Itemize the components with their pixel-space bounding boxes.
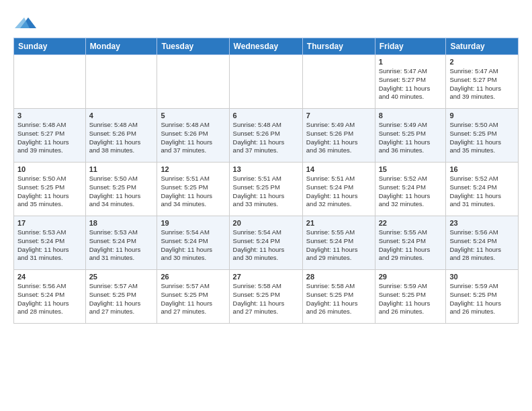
calendar-cell: 19Sunrise: 5:54 AM Sunset: 5:24 PM Dayli… [157, 216, 229, 270]
page: SundayMondayTuesdayWednesdayThursdayFrid… [0, 0, 532, 334]
calendar-week-row: 17Sunrise: 5:53 AM Sunset: 5:24 PM Dayli… [14, 216, 519, 270]
day-number: 4 [89, 111, 154, 120]
calendar-cell: 28Sunrise: 5:58 AM Sunset: 5:25 PM Dayli… [302, 270, 375, 324]
day-info: Sunrise: 5:49 AM Sunset: 5:25 PM Dayligh… [379, 121, 443, 155]
day-number: 21 [306, 219, 371, 227]
day-number: 11 [89, 165, 154, 173]
weekday-header: Tuesday [157, 38, 229, 55]
day-info: Sunrise: 5:47 AM Sunset: 5:27 PM Dayligh… [449, 67, 515, 101]
day-number: 26 [161, 273, 225, 281]
day-number: 18 [89, 219, 154, 227]
weekday-header: Saturday [446, 38, 519, 55]
day-info: Sunrise: 5:48 AM Sunset: 5:27 PM Dayligh… [17, 121, 82, 155]
day-number: 14 [306, 165, 371, 173]
header [13, 11, 519, 32]
day-number: 12 [161, 165, 225, 173]
calendar-cell: 23Sunrise: 5:56 AM Sunset: 5:24 PM Dayli… [446, 216, 519, 270]
calendar-cell: 3Sunrise: 5:48 AM Sunset: 5:27 PM Daylig… [14, 109, 86, 163]
calendar-week-row: 24Sunrise: 5:56 AM Sunset: 5:24 PM Dayli… [14, 270, 519, 324]
day-info: Sunrise: 5:55 AM Sunset: 5:24 PM Dayligh… [379, 228, 443, 263]
weekday-header: Friday [375, 38, 446, 55]
day-info: Sunrise: 5:50 AM Sunset: 5:25 PM Dayligh… [17, 175, 82, 209]
calendar-cell: 10Sunrise: 5:50 AM Sunset: 5:25 PM Dayli… [14, 163, 86, 216]
day-info: Sunrise: 5:50 AM Sunset: 5:25 PM Dayligh… [449, 121, 515, 155]
day-number: 3 [17, 111, 82, 120]
day-number: 28 [306, 273, 371, 281]
calendar-cell: 21Sunrise: 5:55 AM Sunset: 5:24 PM Dayli… [302, 216, 375, 270]
calendar-cell: 17Sunrise: 5:53 AM Sunset: 5:24 PM Dayli… [14, 216, 86, 270]
logo-icon [15, 13, 36, 32]
calendar-cell: 11Sunrise: 5:50 AM Sunset: 5:25 PM Dayli… [85, 163, 157, 216]
calendar-cell: 29Sunrise: 5:59 AM Sunset: 5:25 PM Dayli… [375, 270, 446, 324]
calendar-cell: 6Sunrise: 5:48 AM Sunset: 5:26 PM Daylig… [229, 109, 302, 163]
calendar-cell [157, 55, 229, 109]
weekday-header: Sunday [14, 38, 86, 55]
calendar-cell: 30Sunrise: 5:59 AM Sunset: 5:25 PM Dayli… [446, 270, 519, 324]
day-info: Sunrise: 5:53 AM Sunset: 5:24 PM Dayligh… [89, 228, 154, 263]
calendar-cell: 15Sunrise: 5:52 AM Sunset: 5:24 PM Dayli… [375, 163, 446, 216]
calendar-cell [85, 55, 157, 109]
calendar-cell: 2Sunrise: 5:47 AM Sunset: 5:27 PM Daylig… [446, 55, 519, 109]
calendar-cell [14, 55, 86, 109]
day-number: 1 [379, 58, 443, 66]
day-number: 2 [449, 58, 515, 66]
calendar-week-row: 10Sunrise: 5:50 AM Sunset: 5:25 PM Dayli… [14, 163, 519, 216]
day-info: Sunrise: 5:57 AM Sunset: 5:25 PM Dayligh… [89, 282, 154, 316]
day-number: 15 [379, 165, 443, 173]
day-number: 13 [233, 165, 299, 173]
day-info: Sunrise: 5:47 AM Sunset: 5:27 PM Dayligh… [379, 67, 443, 101]
calendar-cell [229, 55, 302, 109]
calendar-cell: 8Sunrise: 5:49 AM Sunset: 5:25 PM Daylig… [375, 109, 446, 163]
day-number: 20 [233, 219, 299, 227]
day-number: 8 [379, 111, 443, 120]
calendar-cell: 13Sunrise: 5:51 AM Sunset: 5:25 PM Dayli… [229, 163, 302, 216]
day-info: Sunrise: 5:55 AM Sunset: 5:24 PM Dayligh… [306, 228, 371, 263]
day-info: Sunrise: 5:59 AM Sunset: 5:25 PM Dayligh… [449, 282, 515, 316]
day-number: 5 [161, 111, 225, 120]
day-number: 9 [449, 111, 515, 120]
calendar-cell: 20Sunrise: 5:54 AM Sunset: 5:24 PM Dayli… [229, 216, 302, 270]
weekday-header: Monday [85, 38, 157, 55]
day-info: Sunrise: 5:57 AM Sunset: 5:25 PM Dayligh… [161, 282, 225, 316]
calendar-header-row: SundayMondayTuesdayWednesdayThursdayFrid… [14, 38, 519, 55]
calendar-body: 1Sunrise: 5:47 AM Sunset: 5:27 PM Daylig… [14, 55, 519, 324]
calendar-cell: 12Sunrise: 5:51 AM Sunset: 5:25 PM Dayli… [157, 163, 229, 216]
calendar-cell: 25Sunrise: 5:57 AM Sunset: 5:25 PM Dayli… [85, 270, 157, 324]
day-info: Sunrise: 5:50 AM Sunset: 5:25 PM Dayligh… [89, 175, 154, 209]
day-number: 27 [233, 273, 299, 281]
day-info: Sunrise: 5:48 AM Sunset: 5:26 PM Dayligh… [89, 121, 154, 155]
calendar-week-row: 3Sunrise: 5:48 AM Sunset: 5:27 PM Daylig… [14, 109, 519, 163]
day-info: Sunrise: 5:51 AM Sunset: 5:24 PM Dayligh… [306, 175, 371, 209]
day-number: 19 [161, 219, 225, 227]
calendar-cell: 4Sunrise: 5:48 AM Sunset: 5:26 PM Daylig… [85, 109, 157, 163]
day-number: 7 [306, 111, 371, 120]
day-number: 30 [449, 273, 515, 281]
day-info: Sunrise: 5:59 AM Sunset: 5:25 PM Dayligh… [379, 282, 443, 316]
calendar-cell [302, 55, 375, 109]
day-number: 25 [89, 273, 154, 281]
calendar-cell: 27Sunrise: 5:58 AM Sunset: 5:25 PM Dayli… [229, 270, 302, 324]
calendar-cell: 16Sunrise: 5:52 AM Sunset: 5:24 PM Dayli… [446, 163, 519, 216]
day-number: 6 [233, 111, 299, 120]
calendar-cell: 9Sunrise: 5:50 AM Sunset: 5:25 PM Daylig… [446, 109, 519, 163]
calendar-cell: 24Sunrise: 5:56 AM Sunset: 5:24 PM Dayli… [14, 270, 86, 324]
day-number: 23 [449, 219, 515, 227]
day-info: Sunrise: 5:49 AM Sunset: 5:26 PM Dayligh… [306, 121, 371, 155]
day-info: Sunrise: 5:54 AM Sunset: 5:24 PM Dayligh… [233, 228, 299, 263]
logo [13, 13, 36, 32]
day-info: Sunrise: 5:58 AM Sunset: 5:25 PM Dayligh… [233, 282, 299, 316]
day-info: Sunrise: 5:58 AM Sunset: 5:25 PM Dayligh… [306, 282, 371, 316]
day-info: Sunrise: 5:51 AM Sunset: 5:25 PM Dayligh… [233, 175, 299, 209]
calendar-cell: 7Sunrise: 5:49 AM Sunset: 5:26 PM Daylig… [302, 109, 375, 163]
day-info: Sunrise: 5:53 AM Sunset: 5:24 PM Dayligh… [17, 228, 82, 263]
calendar: SundayMondayTuesdayWednesdayThursdayFrid… [13, 38, 519, 324]
calendar-cell: 14Sunrise: 5:51 AM Sunset: 5:24 PM Dayli… [302, 163, 375, 216]
calendar-cell: 18Sunrise: 5:53 AM Sunset: 5:24 PM Dayli… [85, 216, 157, 270]
day-info: Sunrise: 5:48 AM Sunset: 5:26 PM Dayligh… [161, 121, 225, 155]
day-info: Sunrise: 5:52 AM Sunset: 5:24 PM Dayligh… [449, 175, 515, 209]
day-number: 16 [449, 165, 515, 173]
weekday-header: Wednesday [229, 38, 302, 55]
calendar-week-row: 1Sunrise: 5:47 AM Sunset: 5:27 PM Daylig… [14, 55, 519, 109]
calendar-cell: 5Sunrise: 5:48 AM Sunset: 5:26 PM Daylig… [157, 109, 229, 163]
day-info: Sunrise: 5:54 AM Sunset: 5:24 PM Dayligh… [161, 228, 225, 263]
